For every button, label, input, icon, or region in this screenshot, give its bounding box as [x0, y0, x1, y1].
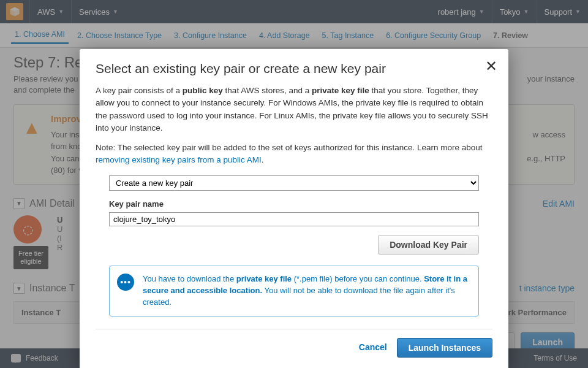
modal-paragraph: A key pair consists of a public key that…	[96, 85, 492, 134]
close-button[interactable]: ✕	[485, 59, 497, 74]
keypair-name-label: Key pair name	[109, 198, 479, 210]
remove-keypairs-link[interactable]: removing existing key pairs from a publi…	[96, 155, 262, 164]
modal-overlay: ✕ Select an existing key pair or create …	[0, 0, 588, 368]
modal-title: Select an existing key pair or create a …	[96, 61, 492, 76]
cancel-button[interactable]: Cancel	[359, 341, 387, 354]
keypair-modal: ✕ Select an existing key pair or create …	[80, 49, 508, 368]
modal-body: A key pair consists of a public key that…	[96, 85, 492, 358]
keypair-mode-select[interactable]: Create a new key pair	[109, 175, 479, 191]
info-icon: •••	[117, 274, 134, 291]
download-info: ••• You have to download the private key…	[109, 266, 479, 316]
modal-paragraph: Note: The selected key pair will be adde…	[96, 142, 492, 167]
modal-footer: Cancel Launch Instances	[96, 329, 492, 358]
launch-instances-button[interactable]: Launch Instances	[397, 338, 492, 358]
download-keypair-button[interactable]: Download Key Pair	[378, 235, 479, 255]
keypair-name-input[interactable]	[109, 212, 479, 226]
